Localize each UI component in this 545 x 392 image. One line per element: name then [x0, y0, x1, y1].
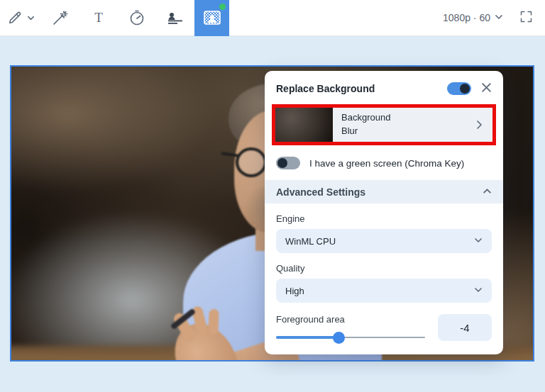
magic-wand-icon	[52, 9, 69, 26]
timer-tool-button[interactable]	[118, 0, 156, 36]
quality-label: Quality	[276, 263, 492, 274]
lower-third-tool-button[interactable]	[156, 0, 194, 36]
annotation-highlight-box: Background Blur	[272, 104, 496, 145]
tool-group: T	[0, 0, 229, 35]
active-status-dot	[219, 4, 226, 10]
toolbar-right-group: 1080p · 60	[443, 9, 545, 26]
chroma-key-label: I have a green screen (Chroma Key)	[309, 158, 464, 169]
chevron-up-icon	[483, 186, 492, 198]
quality-value: High	[285, 286, 304, 296]
close-panel-button[interactable]	[481, 82, 492, 95]
quality-field: Quality High	[276, 263, 492, 303]
fullscreen-button[interactable]	[519, 9, 534, 26]
engine-field: Engine WinML CPU	[276, 213, 492, 253]
slider-thumb[interactable]	[333, 332, 345, 344]
resolution-dropdown[interactable]: 1080p · 60	[443, 12, 503, 23]
engine-select[interactable]: WinML CPU	[276, 229, 492, 253]
advanced-settings-label: Advanced Settings	[276, 186, 365, 198]
svg-text:T: T	[94, 10, 103, 25]
engine-value: WinML CPU	[285, 236, 336, 247]
text-tool-button[interactable]: T	[79, 0, 118, 36]
chevron-down-icon	[474, 286, 483, 296]
chevron-down-icon	[474, 236, 483, 247]
draw-tool-button[interactable]	[0, 0, 41, 36]
studio-app: T	[0, 0, 545, 392]
panel-title: Replace Background	[276, 83, 447, 94]
timer-icon	[128, 9, 145, 26]
presenter-icon	[166, 9, 185, 26]
chevron-down-icon	[495, 12, 503, 23]
close-icon	[481, 82, 492, 95]
top-toolbar: T	[0, 0, 545, 36]
replace-background-panel: Replace Background Background Blur	[265, 71, 503, 354]
chevron-down-icon	[27, 14, 35, 22]
foreground-area-field: Foreground area -4	[276, 314, 492, 343]
fullscreen-icon	[519, 9, 534, 26]
chevron-right-icon	[474, 120, 492, 130]
virtual-background-icon	[203, 9, 221, 27]
foreground-area-label: Foreground area	[276, 314, 425, 325]
stage: Replace Background Background Blur	[0, 36, 545, 392]
virtual-background-tool-button[interactable]	[194, 0, 229, 36]
chroma-key-toggle[interactable]	[276, 157, 300, 169]
background-mode-label: Background Blur	[333, 111, 474, 138]
pencil-icon	[7, 10, 23, 26]
engine-label: Engine	[276, 213, 492, 224]
background-mode-row[interactable]: Background Blur	[275, 108, 492, 142]
replace-background-toggle[interactable]	[447, 82, 471, 95]
background-mode-thumbnail	[275, 108, 333, 142]
resolution-label: 1080p · 60	[443, 12, 490, 23]
effects-tool-button[interactable]	[41, 0, 79, 36]
panel-header: Replace Background	[276, 82, 492, 95]
foreground-area-slider[interactable]	[276, 332, 425, 343]
quality-select[interactable]: High	[276, 279, 492, 303]
foreground-area-value: -4	[438, 314, 492, 341]
text-icon: T	[90, 9, 107, 26]
chroma-key-row: I have a green screen (Chroma Key)	[276, 157, 492, 169]
advanced-settings-header[interactable]: Advanced Settings	[265, 180, 503, 203]
